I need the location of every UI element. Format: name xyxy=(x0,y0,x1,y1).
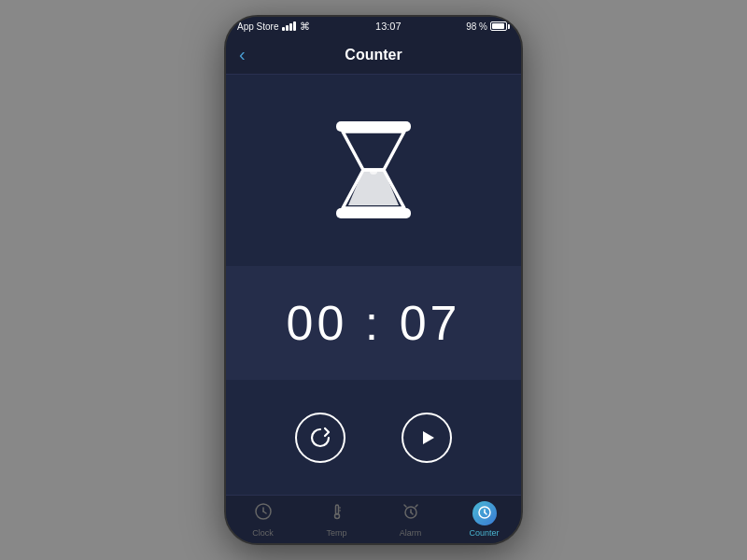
status-bar: App Store ⌘ 13:07 98 % xyxy=(226,17,521,35)
hourglass-icon xyxy=(322,114,425,226)
phone-frame: App Store ⌘ 13:07 98 % ‹ Counter xyxy=(224,15,523,545)
svg-marker-3 xyxy=(423,431,434,444)
play-icon xyxy=(414,425,440,451)
status-right: 98 % xyxy=(466,21,510,32)
battery-icon xyxy=(490,21,510,31)
svg-line-13 xyxy=(411,512,413,514)
svg-line-6 xyxy=(263,511,266,513)
svg-rect-7 xyxy=(335,505,338,514)
svg-point-8 xyxy=(334,513,339,518)
carrier-label: App Store xyxy=(237,21,278,32)
status-left: App Store ⌘ xyxy=(237,21,310,33)
controls-section xyxy=(226,380,521,495)
counter-tab-label: Counter xyxy=(469,528,499,538)
alarm-tab-label: Alarm xyxy=(400,528,422,538)
battery-pct-label: 98 % xyxy=(466,21,487,32)
hourglass-section xyxy=(226,75,521,266)
temp-tab-label: Temp xyxy=(326,528,346,538)
counter-active-circle xyxy=(472,501,497,525)
clock-tab-label: Clock xyxy=(252,528,274,538)
play-button[interactable] xyxy=(402,413,452,463)
back-button[interactable]: ‹ xyxy=(239,44,246,65)
tab-bar: Clock Temp xyxy=(226,495,521,543)
reset-button[interactable] xyxy=(295,413,345,463)
timer-section: 00 : 07 xyxy=(226,266,521,381)
temp-tab-icon xyxy=(328,502,346,525)
signal-icon xyxy=(282,21,296,31)
clock-tab-icon xyxy=(254,502,273,525)
tab-counter[interactable]: Counter xyxy=(447,501,521,538)
status-time: 13:07 xyxy=(375,21,402,32)
wifi-icon: ⌘ xyxy=(300,21,310,33)
timer-display: 00 : 07 xyxy=(286,295,460,351)
tab-alarm[interactable]: Alarm xyxy=(374,502,447,538)
svg-line-15 xyxy=(416,505,417,507)
tab-temp[interactable]: Temp xyxy=(300,502,374,538)
svg-point-2 xyxy=(370,169,377,175)
svg-line-14 xyxy=(404,505,406,507)
alarm-tab-icon xyxy=(402,502,420,525)
nav-bar: ‹ Counter xyxy=(226,35,521,75)
svg-line-18 xyxy=(485,512,486,514)
reset-icon xyxy=(307,425,333,451)
nav-title: Counter xyxy=(345,47,402,63)
tab-clock[interactable]: Clock xyxy=(226,502,300,538)
counter-tab-icon xyxy=(477,505,492,523)
